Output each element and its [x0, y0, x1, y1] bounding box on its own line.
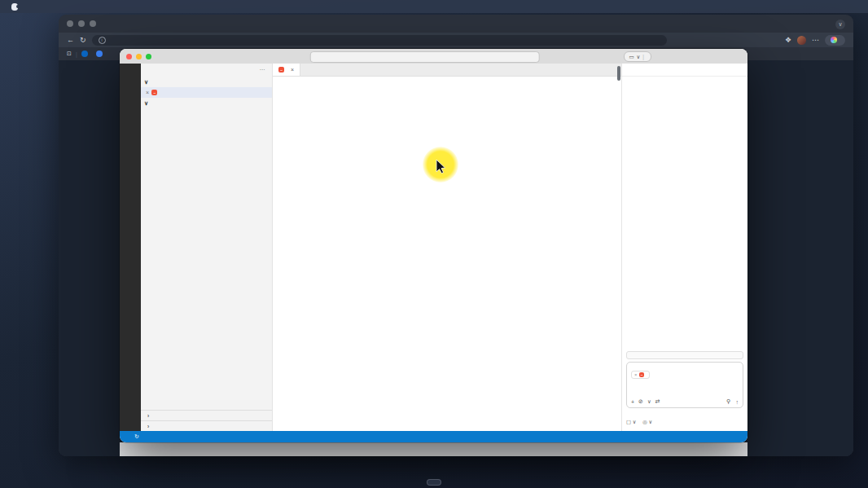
bookmarks-bar: ⊡ | [59, 47, 111, 60]
tab-list-chevron-icon[interactable]: ∨ [835, 20, 845, 29]
status-bar: ↻ [120, 431, 747, 442]
extensions-puzzle-icon[interactable]: ❖ [785, 36, 791, 44]
add-attachment-icon[interactable]: + [631, 399, 634, 405]
desktop: { "menu_bar": { "app_name": "Camtasia", … [0, 0, 868, 488]
activity-bar [120, 64, 141, 431]
editor-tab-bar: ~ × [273, 64, 621, 77]
vscode-window: ▭ ∨ | ⋯ ∨ × ~ ∨ [120, 49, 747, 442]
close-icon[interactable]: × [634, 372, 638, 377]
vscode-traffic-lights[interactable] [126, 54, 151, 59]
browser-tab-strip: ∨ [59, 15, 853, 33]
side-panel-icon[interactable]: ⊡ [67, 51, 72, 57]
env-selector[interactable]: ▢ ∨ [626, 419, 636, 424]
okta-favicon [81, 51, 88, 57]
vscode-main: ⋯ ∨ × ~ ∨ › › [120, 64, 747, 431]
site-info-icon[interactable]: i [99, 37, 106, 44]
mic-icon[interactable]: ⚲ [726, 398, 730, 405]
close-icon[interactable]: × [291, 67, 294, 73]
menu-bar [0, 0, 868, 13]
codex-panel: × ~ + ⊘ ∨ ⇄ ⚲ ↑ ▢ ∨ ◎ ∨ [621, 64, 747, 431]
address-bar-controls: ❖ ⋯ [785, 35, 845, 46]
open-editors-section[interactable]: ∨ [141, 77, 272, 87]
workspace-section[interactable]: ∨ [141, 98, 272, 108]
chevron-right-icon: › [147, 413, 149, 419]
chevron-down-icon: ∨ [144, 79, 148, 86]
titlebar-chat-widget[interactable]: ▭ ∨ | [624, 51, 651, 62]
browser-more-icon[interactable]: ⋯ [812, 36, 819, 44]
browser-address-bar: ← ↻ i ❖ ⋯ [59, 33, 853, 47]
sidebar-bottom-sections: › › [141, 410, 272, 431]
git-branch[interactable]: ↻ [130, 433, 139, 440]
outline-section[interactable]: › [141, 410, 272, 420]
sync-icon: ↻ [134, 433, 139, 440]
status-bar-left: ↻ [125, 433, 144, 440]
explorer-more-icon[interactable]: ⋯ [260, 67, 265, 73]
chevron-right-icon: › [147, 424, 149, 429]
model-selector[interactable]: ∨ [647, 398, 651, 405]
editor-tab[interactable]: ~ × [273, 64, 300, 76]
explorer-sidebar: ⋯ ∨ × ~ ∨ › › [141, 64, 273, 431]
editor-scrollbar[interactable] [617, 66, 620, 81]
codex-input-card: × ~ + ⊘ ∨ ⇄ ⚲ ↑ [626, 362, 743, 408]
apple-menu-icon[interactable] [11, 3, 18, 11]
context-chip[interactable]: × ~ [631, 371, 650, 379]
chat-icon [831, 37, 837, 43]
history-icon[interactable]: ⊘ [638, 398, 643, 405]
swift-file-icon: ~ [639, 372, 644, 377]
codex-input-toolbar: + ⊘ ∨ ⇄ ⚲ ↑ [631, 398, 739, 405]
codex-prompt-input[interactable] [631, 386, 739, 392]
url-bar[interactable]: i [92, 35, 667, 46]
codex-tip [626, 351, 743, 359]
bookmark-favicon[interactable] [96, 51, 103, 57]
mouse-pointer-icon [436, 160, 446, 174]
back-icon[interactable]: ← [67, 36, 74, 44]
explorer-header: ⋯ [141, 64, 272, 77]
sessions-header [622, 77, 747, 86]
bookmark-divider: | [76, 51, 77, 57]
widget-divider: | [642, 54, 644, 59]
chevron-down-icon: ∨ [637, 54, 641, 60]
browser-profile-avatar[interactable] [797, 36, 806, 45]
swap-model-icon[interactable]: ⇄ [655, 398, 660, 405]
code-editor[interactable] [273, 86, 621, 431]
swift-file-icon: ~ [151, 90, 157, 95]
dock [427, 479, 441, 486]
timeline-section[interactable]: › [141, 420, 272, 431]
command-center-search[interactable] [309, 51, 539, 63]
chat-bubble-icon: ▭ [629, 54, 633, 60]
open-editor-item[interactable]: × ~ [141, 87, 272, 98]
browser-chat-button[interactable] [825, 35, 845, 46]
send-icon[interactable]: ↑ [736, 399, 739, 405]
codex-env-bar: ▢ ∨ ◎ ∨ [626, 419, 743, 424]
reload-icon[interactable]: ↻ [80, 36, 86, 44]
vscode-title-bar: ▭ ∨ | [120, 49, 747, 64]
swift-file-icon: ~ [278, 67, 284, 73]
approvals-selector[interactable]: ◎ ∨ [642, 419, 652, 424]
chevron-down-icon: ∨ [144, 100, 148, 107]
close-icon[interactable]: × [146, 90, 149, 95]
browser-traffic-lights[interactable] [67, 20, 96, 27]
page-content-strip [120, 442, 747, 456]
editor-area: ~ × [273, 64, 621, 431]
codex-header [622, 64, 747, 77]
